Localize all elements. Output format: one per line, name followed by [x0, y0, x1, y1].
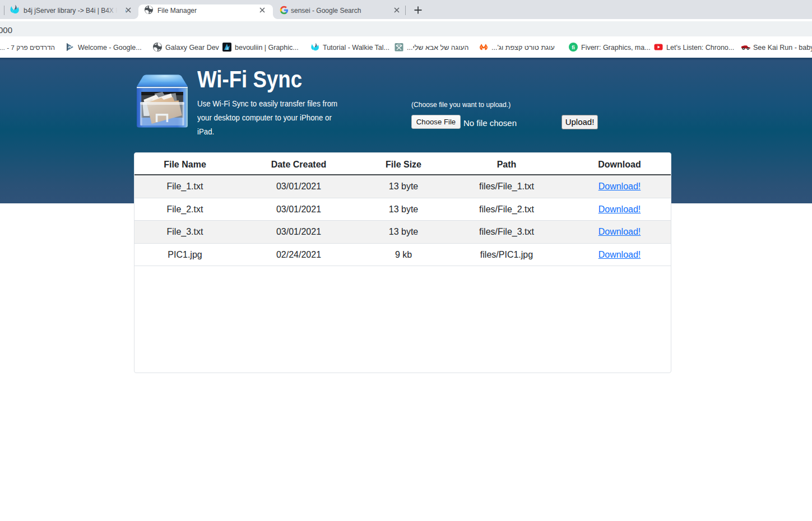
svg-text:fi: fi [572, 45, 575, 50]
